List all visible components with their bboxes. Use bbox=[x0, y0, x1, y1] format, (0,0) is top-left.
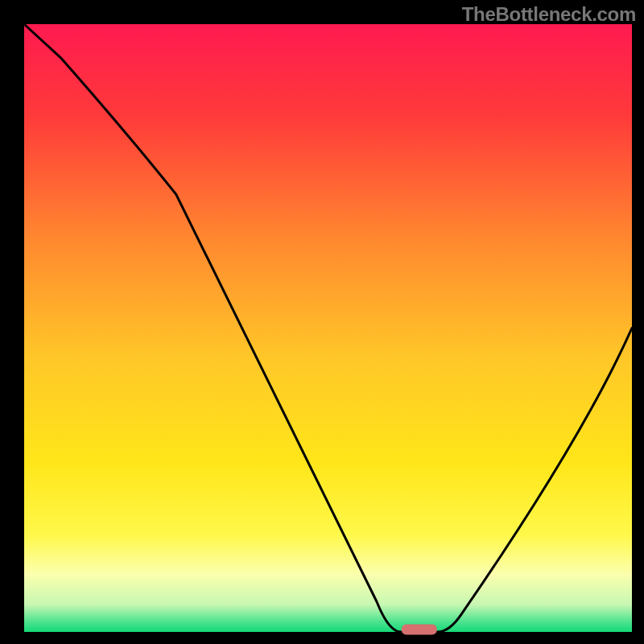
plot-background bbox=[24, 24, 632, 632]
optimal-marker bbox=[402, 625, 437, 635]
chart-container: TheBottleneck.com bbox=[0, 0, 644, 644]
bottleneck-chart bbox=[0, 0, 644, 644]
watermark-text: TheBottleneck.com bbox=[462, 3, 636, 26]
